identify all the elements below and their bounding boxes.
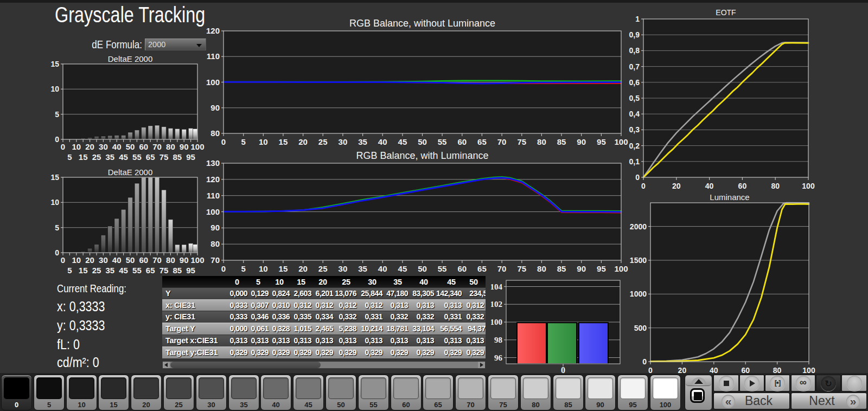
svg-text:5: 5 [55, 223, 59, 232]
svg-text:96: 96 [494, 354, 503, 362]
svg-text:25: 25 [92, 266, 101, 275]
svg-text:70: 70 [497, 137, 507, 146]
svg-text:40: 40 [112, 255, 122, 265]
svg-text:75: 75 [517, 137, 526, 146]
svg-text:80: 80 [537, 137, 546, 146]
svg-text:10: 10 [259, 264, 268, 273]
svg-text:40: 40 [378, 264, 387, 273]
svg-text:25: 25 [92, 152, 101, 162]
svg-text:EOTF: EOTF [716, 8, 736, 17]
svg-text:35: 35 [105, 152, 114, 162]
svg-text:55: 55 [438, 264, 447, 273]
svg-text:DeltaE 2000: DeltaE 2000 [108, 54, 153, 63]
svg-text:80: 80 [771, 182, 780, 190]
svg-text:2000: 2000 [630, 222, 647, 231]
svg-text:0: 0 [55, 248, 59, 257]
svg-text:1: 1 [635, 15, 640, 23]
svg-text:0,7: 0,7 [629, 62, 640, 71]
svg-text:0: 0 [635, 173, 640, 182]
svg-text:120: 120 [206, 175, 220, 184]
svg-text:80: 80 [537, 264, 546, 273]
svg-text:110: 110 [207, 191, 220, 200]
svg-text:95: 95 [186, 152, 195, 162]
svg-text:0: 0 [55, 135, 59, 144]
svg-text:55: 55 [132, 152, 142, 162]
svg-text:5: 5 [67, 152, 72, 162]
svg-text:100: 100 [491, 318, 502, 326]
svg-text:0,9: 0,9 [629, 30, 640, 39]
svg-text:90: 90 [210, 103, 220, 112]
svg-text:0,1: 0,1 [629, 157, 640, 166]
svg-text:0: 0 [642, 357, 647, 366]
svg-text:500: 500 [634, 324, 647, 332]
svg-text:10: 10 [50, 85, 59, 93]
svg-text:60: 60 [457, 137, 467, 146]
svg-text:25: 25 [318, 137, 328, 146]
svg-text:55: 55 [132, 266, 142, 275]
svg-text:0: 0 [61, 255, 65, 265]
svg-text:30: 30 [339, 264, 348, 273]
svg-text:40: 40 [705, 182, 714, 190]
svg-text:95: 95 [597, 264, 606, 273]
svg-text:65: 65 [477, 137, 487, 146]
svg-text:20: 20 [85, 142, 94, 151]
svg-text:0,6: 0,6 [629, 78, 640, 87]
svg-text:90: 90 [180, 255, 189, 265]
svg-text:10: 10 [72, 142, 81, 151]
svg-text:35: 35 [105, 266, 114, 275]
svg-text:102: 102 [491, 300, 502, 309]
svg-text:95: 95 [186, 266, 195, 275]
svg-text:65: 65 [146, 152, 155, 162]
svg-text:45: 45 [119, 266, 128, 275]
svg-text:65: 65 [477, 264, 487, 273]
svg-text:60: 60 [139, 255, 148, 265]
svg-text:5: 5 [55, 110, 59, 119]
svg-text:DeltaE 2000: DeltaE 2000 [108, 168, 153, 177]
svg-text:20: 20 [298, 264, 308, 273]
svg-text:30: 30 [339, 137, 348, 146]
svg-text:80: 80 [166, 142, 175, 151]
svg-text:50: 50 [418, 264, 427, 273]
svg-text:0: 0 [641, 182, 646, 190]
svg-text:0: 0 [221, 264, 226, 273]
svg-text:85: 85 [557, 137, 566, 146]
svg-text:90: 90 [180, 142, 189, 151]
svg-text:60: 60 [738, 182, 747, 190]
svg-text:90: 90 [577, 264, 586, 273]
svg-text:85: 85 [173, 266, 182, 275]
svg-text:50: 50 [126, 255, 135, 265]
svg-text:98: 98 [494, 336, 502, 344]
svg-text:100: 100 [614, 264, 628, 273]
svg-text:104: 104 [491, 282, 503, 291]
svg-text:100: 100 [802, 182, 815, 190]
svg-text:30: 30 [99, 255, 108, 265]
svg-text:Luminance: Luminance [710, 192, 749, 202]
svg-text:10: 10 [50, 198, 59, 207]
svg-text:45: 45 [398, 264, 407, 273]
svg-text:15: 15 [50, 60, 59, 68]
svg-text:60: 60 [457, 264, 467, 273]
svg-text:1500: 1500 [630, 256, 647, 265]
svg-text:70: 70 [152, 142, 162, 151]
svg-text:1000: 1000 [630, 290, 647, 298]
svg-text:40: 40 [378, 137, 387, 146]
svg-text:0,5: 0,5 [629, 94, 640, 102]
svg-text:5: 5 [67, 266, 72, 275]
svg-text:80: 80 [210, 129, 220, 138]
svg-text:50: 50 [126, 142, 135, 151]
svg-text:10: 10 [259, 137, 268, 146]
svg-text:100: 100 [206, 78, 220, 87]
svg-text:20: 20 [85, 255, 94, 265]
svg-text:60: 60 [139, 142, 148, 151]
svg-text:70: 70 [210, 255, 220, 265]
svg-text:80: 80 [210, 239, 220, 248]
svg-text:100: 100 [190, 255, 204, 265]
svg-text:35: 35 [358, 264, 367, 273]
svg-text:85: 85 [173, 152, 182, 162]
svg-text:45: 45 [398, 137, 407, 146]
svg-text:0: 0 [221, 137, 226, 146]
svg-text:0,3: 0,3 [629, 125, 640, 134]
svg-text:65: 65 [146, 266, 155, 275]
svg-text:70: 70 [497, 264, 507, 273]
svg-text:15: 15 [279, 137, 288, 146]
